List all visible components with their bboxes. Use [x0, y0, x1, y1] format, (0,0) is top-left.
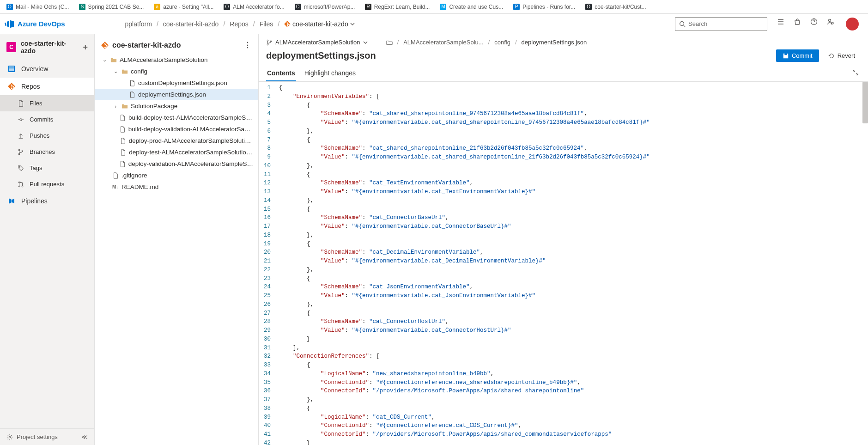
svg-point-15 [9, 436, 11, 438]
svg-rect-6 [9, 68, 14, 71]
breadcrumb-current[interactable]: coe-starter-kit-azdo [284, 20, 355, 28]
browser-tab[interactable]: Omicrosoft/PowerAp... [290, 2, 360, 12]
browser-tab[interactable]: OMail - Mike Ochs (C... [2, 2, 73, 12]
breadcrumb-files[interactable]: Files [260, 20, 273, 28]
tree-file-yml4[interactable]: deploy-test-ALMAcceleratorSampleSolution… [95, 146, 258, 158]
svg-point-14 [22, 186, 23, 187]
svg-point-3 [832, 22, 833, 24]
svg-point-7 [20, 118, 22, 120]
basket-icon[interactable] [793, 18, 801, 26]
folder-root-icon[interactable] [386, 39, 393, 46]
breadcrumb-file[interactable]: deploymentSettings.json [522, 39, 587, 46]
collapse-nav-button[interactable]: ≪ [81, 433, 88, 440]
git-icon [101, 42, 109, 49]
brand-label: Azure DevOps [18, 20, 65, 28]
revert-icon [828, 53, 835, 59]
header-breadcrumb: pplatform/ coe-starter-kit-azdo/ Repos/ … [125, 20, 355, 28]
fullscreen-button[interactable] [850, 66, 861, 81]
breadcrumb-repos[interactable]: Repos [230, 20, 248, 28]
nav-footer: Project settings ≪ [0, 428, 94, 445]
search-box[interactable] [675, 17, 767, 31]
line-gutter: 1234567891011121314151617181920212223242… [259, 82, 275, 445]
tree-file-custom[interactable]: customDeploymentSettings.json [95, 77, 258, 89]
chevron-down-icon [363, 40, 368, 45]
browser-tab[interactable]: aazure - Setting "All... [149, 2, 218, 12]
scrollbar-thumb[interactable] [862, 82, 868, 123]
browser-tab[interactable]: RRegExr: Learn, Build... [360, 2, 434, 12]
tags-icon [18, 165, 24, 171]
breadcrumb-project[interactable]: coe-starter-kit-azdo [163, 20, 219, 28]
browser-tab[interactable]: MCreate and use Cus... [435, 2, 508, 12]
code-editor[interactable]: 1234567891011121314151617181920212223242… [259, 82, 868, 445]
git-icon [284, 21, 291, 27]
person-settings-icon[interactable] [826, 18, 835, 26]
svg-point-16 [267, 40, 268, 41]
folder-icon [121, 103, 128, 110]
tree-file-yml1[interactable]: build-deploy-test-ALMAcceleratorSampleSo… [95, 112, 258, 123]
breadcrumb-solution[interactable]: ALMAcceleratorSampleSolu... [403, 39, 483, 46]
project-name: coe-starter-kit-azdo [21, 40, 78, 55]
tree-file-yml5[interactable]: deploy-validation-ALMAcceleratorSampleSo… [95, 158, 258, 170]
pushes-icon [18, 133, 24, 139]
breadcrumb-config[interactable]: config [494, 39, 510, 46]
project-header[interactable]: C coe-starter-kit-azdo + [0, 34, 94, 60]
tree-file-yml3[interactable]: deploy-prod-ALMAcceleratorSampleSolution… [95, 135, 258, 146]
tree-file-deploy[interactable]: deploymentSettings.json [95, 89, 258, 100]
svg-point-10 [22, 150, 23, 152]
file-icon [119, 115, 126, 121]
azdo-logo[interactable]: Azure DevOps [5, 19, 65, 29]
nav-branches[interactable]: Branches [0, 144, 94, 160]
nav-commits[interactable]: Commits [0, 111, 94, 128]
nav-pushes[interactable]: Pushes [0, 128, 94, 144]
project-settings[interactable]: Project settings [6, 433, 58, 440]
svg-point-17 [267, 44, 268, 45]
browser-tab[interactable]: Ocoe-starter-kit/Cust... [581, 2, 650, 12]
file-tabs: Contents Highlight changes [259, 66, 868, 82]
tree-file-gitignore[interactable]: .gitignore [95, 170, 258, 181]
help-icon[interactable] [810, 18, 818, 26]
left-nav: C coe-starter-kit-azdo + Overview Repos … [0, 34, 95, 445]
browser-tab[interactable]: SSpring 2021 CAB Se... [74, 2, 148, 12]
breadcrumb-org[interactable]: pplatform [125, 20, 152, 28]
search-icon [679, 21, 686, 27]
commit-button[interactable]: Commit [776, 49, 819, 62]
user-avatar[interactable] [846, 18, 859, 30]
branch-icon [266, 39, 273, 46]
tree-folder-config[interactable]: ⌄ config [95, 66, 258, 77]
nav-files[interactable]: Files [0, 95, 94, 111]
svg-point-18 [270, 41, 272, 42]
tab-highlight-changes[interactable]: Highlight changes [303, 66, 357, 81]
revert-button[interactable]: Revert [823, 49, 861, 62]
header-actions [772, 18, 863, 30]
new-item-button[interactable]: + [83, 43, 88, 52]
code-content[interactable]: { "EnvironmentVariables": [ { "SchemaNam… [275, 82, 868, 445]
nav-repos[interactable]: Repos [0, 78, 94, 95]
browser-tab[interactable]: OALM Accelerator fo... [219, 2, 289, 12]
tree-file-readme[interactable]: M↓ README.md [95, 181, 258, 193]
file-icon [129, 80, 135, 86]
markdown-icon: M↓ [112, 184, 119, 189]
tree-folder-solution[interactable]: ⌄ ALMAcceleratorSampleSolution [95, 54, 258, 66]
nav-pipelines[interactable]: Pipelines [0, 192, 94, 210]
folder-icon [110, 57, 117, 63]
repo-selector[interactable]: coe-starter-kit-azdo ⋮ [95, 39, 258, 54]
nav-pull-requests[interactable]: Pull requests [0, 176, 94, 192]
nav-overview[interactable]: Overview [0, 60, 94, 78]
list-icon[interactable] [777, 18, 785, 26]
tree-folder-solpkg[interactable]: › SolutionPackage [95, 100, 258, 112]
svg-point-11 [19, 166, 20, 167]
search-input[interactable] [688, 20, 766, 27]
svg-rect-5 [9, 67, 14, 67]
file-breadcrumb: ALMAcceleratorSampleSolution / ALMAccele… [259, 34, 868, 48]
files-icon [18, 100, 24, 107]
svg-point-13 [18, 186, 20, 187]
main-panel: ALMAcceleratorSampleSolution / ALMAccele… [259, 34, 868, 445]
browser-tab[interactable]: PPipelines - Runs for... [509, 2, 580, 12]
tab-contents[interactable]: Contents [266, 66, 296, 81]
nav-tags[interactable]: Tags [0, 160, 94, 176]
branch-selector[interactable]: ALMAcceleratorSampleSolution [266, 39, 368, 46]
pipelines-icon [8, 197, 15, 205]
repo-more-button[interactable]: ⋮ [244, 41, 252, 49]
tree-file-yml2[interactable]: build-deploy-validation-ALMAcceleratorSa… [95, 123, 258, 135]
browser-tabs: OMail - Mike Ochs (C...SSpring 2021 CAB … [0, 0, 868, 14]
